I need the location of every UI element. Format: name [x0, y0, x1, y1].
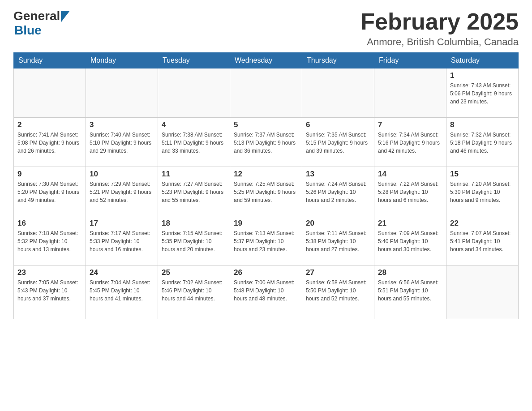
title-section: February 2025 Anmore, British Columbia, … [360, 9, 519, 48]
calendar-cell: 6Sunrise: 7:35 AM Sunset: 5:15 PM Daylig… [302, 118, 374, 167]
weekday-header-friday: Friday [374, 53, 446, 68]
day-number: 4 [162, 120, 226, 129]
day-info: Sunrise: 6:58 AM Sunset: 5:50 PM Dayligh… [306, 278, 370, 303]
day-info: Sunrise: 7:00 AM Sunset: 5:48 PM Dayligh… [234, 278, 298, 303]
day-number: 22 [450, 219, 515, 228]
day-number: 24 [90, 268, 154, 277]
day-info: Sunrise: 7:04 AM Sunset: 5:45 PM Dayligh… [90, 278, 154, 303]
day-info: Sunrise: 7:41 AM Sunset: 5:08 PM Dayligh… [17, 131, 82, 155]
day-info: Sunrise: 7:24 AM Sunset: 5:26 PM Dayligh… [306, 180, 370, 204]
day-info: Sunrise: 7:25 AM Sunset: 5:25 PM Dayligh… [234, 180, 298, 204]
calendar-cell: 26Sunrise: 7:00 AM Sunset: 5:48 PM Dayli… [230, 265, 302, 319]
day-number: 16 [17, 219, 82, 228]
day-number: 13 [306, 170, 370, 179]
calendar-cell: 14Sunrise: 7:22 AM Sunset: 5:28 PM Dayli… [374, 167, 446, 216]
day-number: 18 [162, 219, 226, 228]
calendar-cell [86, 68, 158, 118]
calendar-cell: 12Sunrise: 7:25 AM Sunset: 5:25 PM Dayli… [230, 167, 302, 216]
day-info: Sunrise: 7:11 AM Sunset: 5:38 PM Dayligh… [306, 229, 370, 253]
weekday-header-sunday: Sunday [14, 53, 86, 68]
day-info: Sunrise: 7:18 AM Sunset: 5:32 PM Dayligh… [17, 229, 82, 253]
calendar-cell: 21Sunrise: 7:09 AM Sunset: 5:40 PM Dayli… [374, 216, 446, 265]
weekday-header-saturday: Saturday [446, 53, 519, 68]
day-number: 1 [450, 71, 515, 80]
calendar-week-2: 9Sunrise: 7:30 AM Sunset: 5:20 PM Daylig… [14, 167, 519, 216]
day-info: Sunrise: 7:02 AM Sunset: 5:46 PM Dayligh… [162, 278, 226, 303]
day-number: 10 [90, 170, 154, 179]
day-info: Sunrise: 7:05 AM Sunset: 5:43 PM Dayligh… [17, 278, 82, 303]
day-number: 9 [17, 170, 82, 179]
day-info: Sunrise: 7:38 AM Sunset: 5:11 PM Dayligh… [162, 131, 226, 155]
day-info: Sunrise: 7:29 AM Sunset: 5:21 PM Dayligh… [90, 180, 154, 204]
calendar-cell: 2Sunrise: 7:41 AM Sunset: 5:08 PM Daylig… [14, 118, 86, 167]
day-info: Sunrise: 7:43 AM Sunset: 5:06 PM Dayligh… [450, 81, 515, 106]
calendar-cell: 27Sunrise: 6:58 AM Sunset: 5:50 PM Dayli… [302, 265, 374, 319]
day-number: 19 [234, 219, 298, 228]
day-info: Sunrise: 7:27 AM Sunset: 5:23 PM Dayligh… [162, 180, 226, 204]
day-number: 27 [306, 268, 370, 277]
day-number: 28 [378, 268, 442, 277]
calendar-cell: 23Sunrise: 7:05 AM Sunset: 5:43 PM Dayli… [14, 265, 86, 319]
day-number: 20 [306, 219, 370, 228]
day-info: Sunrise: 6:56 AM Sunset: 5:51 PM Dayligh… [378, 278, 442, 303]
day-info: Sunrise: 7:20 AM Sunset: 5:30 PM Dayligh… [450, 180, 515, 204]
day-info: Sunrise: 7:09 AM Sunset: 5:40 PM Dayligh… [378, 229, 442, 253]
day-info: Sunrise: 7:35 AM Sunset: 5:15 PM Dayligh… [306, 131, 370, 155]
calendar-cell: 28Sunrise: 6:56 AM Sunset: 5:51 PM Dayli… [374, 265, 446, 319]
day-number: 2 [17, 120, 82, 129]
calendar-week-0: 1Sunrise: 7:43 AM Sunset: 5:06 PM Daylig… [14, 68, 519, 118]
calendar-cell [230, 68, 302, 118]
weekday-header-wednesday: Wednesday [230, 53, 302, 68]
calendar-cell [158, 68, 230, 118]
calendar-cell: 16Sunrise: 7:18 AM Sunset: 5:32 PM Dayli… [14, 216, 86, 265]
day-info: Sunrise: 7:37 AM Sunset: 5:13 PM Dayligh… [234, 131, 298, 155]
calendar-header: SundayMondayTuesdayWednesdayThursdayFrid… [14, 53, 519, 68]
logo-blue-text: Blue [14, 23, 42, 38]
calendar-cell: 15Sunrise: 7:20 AM Sunset: 5:30 PM Dayli… [446, 167, 519, 216]
day-number: 25 [162, 268, 226, 277]
calendar-cell: 18Sunrise: 7:15 AM Sunset: 5:35 PM Dayli… [158, 216, 230, 265]
day-info: Sunrise: 7:15 AM Sunset: 5:35 PM Dayligh… [162, 229, 226, 253]
day-number: 8 [450, 120, 515, 129]
calendar-cell: 9Sunrise: 7:30 AM Sunset: 5:20 PM Daylig… [14, 167, 86, 216]
calendar-cell: 22Sunrise: 7:07 AM Sunset: 5:41 PM Dayli… [446, 216, 519, 265]
calendar-cell: 8Sunrise: 7:32 AM Sunset: 5:18 PM Daylig… [446, 118, 519, 167]
month-title: February 2025 [360, 9, 519, 34]
svg-marker-0 [61, 11, 70, 22]
day-number: 21 [378, 219, 442, 228]
day-number: 12 [234, 170, 298, 179]
calendar-body: 1Sunrise: 7:43 AM Sunset: 5:06 PM Daylig… [14, 68, 519, 319]
logo-arrow-icon [61, 11, 70, 22]
calendar-cell: 25Sunrise: 7:02 AM Sunset: 5:46 PM Dayli… [158, 265, 230, 319]
calendar-cell [14, 68, 86, 118]
day-number: 3 [90, 120, 154, 129]
day-info: Sunrise: 7:34 AM Sunset: 5:16 PM Dayligh… [378, 131, 442, 155]
day-info: Sunrise: 7:40 AM Sunset: 5:10 PM Dayligh… [90, 131, 154, 155]
day-number: 26 [234, 268, 298, 277]
calendar-cell: 7Sunrise: 7:34 AM Sunset: 5:16 PM Daylig… [374, 118, 446, 167]
calendar-cell: 5Sunrise: 7:37 AM Sunset: 5:13 PM Daylig… [230, 118, 302, 167]
calendar-cell: 10Sunrise: 7:29 AM Sunset: 5:21 PM Dayli… [86, 167, 158, 216]
calendar-cell: 13Sunrise: 7:24 AM Sunset: 5:26 PM Dayli… [302, 167, 374, 216]
calendar-cell: 20Sunrise: 7:11 AM Sunset: 5:38 PM Dayli… [302, 216, 374, 265]
day-info: Sunrise: 7:30 AM Sunset: 5:20 PM Dayligh… [17, 180, 82, 204]
logo-general-text: General [13, 9, 60, 23]
day-info: Sunrise: 7:32 AM Sunset: 5:18 PM Dayligh… [450, 131, 515, 155]
day-number: 23 [17, 268, 82, 277]
day-number: 11 [162, 170, 226, 179]
calendar-cell [446, 265, 519, 319]
calendar-cell: 4Sunrise: 7:38 AM Sunset: 5:11 PM Daylig… [158, 118, 230, 167]
calendar-week-4: 23Sunrise: 7:05 AM Sunset: 5:43 PM Dayli… [14, 265, 519, 319]
weekday-header-thursday: Thursday [302, 53, 374, 68]
page-header: General Blue February 2025 Anmore, Briti… [13, 9, 519, 48]
calendar-week-1: 2Sunrise: 7:41 AM Sunset: 5:08 PM Daylig… [14, 118, 519, 167]
day-number: 14 [378, 170, 442, 179]
logo: General Blue [13, 9, 70, 38]
weekday-header-monday: Monday [86, 53, 158, 68]
day-info: Sunrise: 7:22 AM Sunset: 5:28 PM Dayligh… [378, 180, 442, 204]
calendar-cell: 3Sunrise: 7:40 AM Sunset: 5:10 PM Daylig… [86, 118, 158, 167]
day-number: 7 [378, 120, 442, 129]
weekday-header-tuesday: Tuesday [158, 53, 230, 68]
day-info: Sunrise: 7:07 AM Sunset: 5:41 PM Dayligh… [450, 229, 515, 253]
calendar-week-3: 16Sunrise: 7:18 AM Sunset: 5:32 PM Dayli… [14, 216, 519, 265]
